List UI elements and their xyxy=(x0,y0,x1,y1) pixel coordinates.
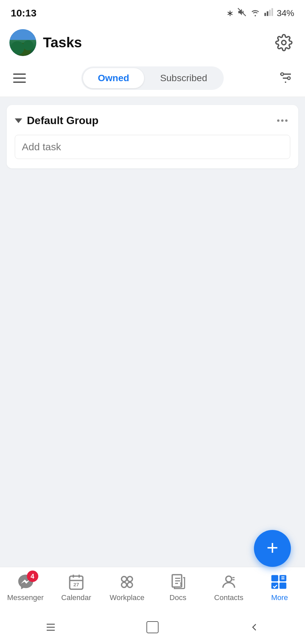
tab-owned[interactable]: Owned xyxy=(83,68,144,88)
page-header: Tasks xyxy=(0,24,305,61)
nav-home-button[interactable] xyxy=(139,617,166,637)
svg-rect-2 xyxy=(267,11,268,16)
contacts-icon xyxy=(220,573,237,591)
calendar-label: Calendar xyxy=(61,593,91,602)
svg-point-18 xyxy=(122,582,127,587)
toolbar: Owned Subscribed xyxy=(0,61,305,97)
more-icon-wrap xyxy=(268,573,291,591)
bluetooth-icon: ∗ xyxy=(226,8,234,18)
status-time: 10:13 xyxy=(11,7,37,19)
battery-indicator: 34% xyxy=(277,8,294,18)
main-content: Default Group xyxy=(0,97,305,478)
docs-icon xyxy=(169,573,187,591)
status-bar: 10:13 ∗ 34% xyxy=(0,0,305,24)
more-dot-3 xyxy=(285,119,288,122)
contacts-icon-wrap xyxy=(217,573,240,591)
workplace-label: Workplace xyxy=(110,593,145,602)
bottom-navigation: 4 Messenger 27 Calendar Workplace xyxy=(0,567,305,614)
nav-item-more[interactable]: More xyxy=(254,573,305,602)
svg-point-24 xyxy=(226,576,231,582)
system-nav-bar xyxy=(0,614,305,644)
svg-point-10 xyxy=(288,77,290,79)
filter-button[interactable] xyxy=(275,68,296,88)
menu-button[interactable] xyxy=(9,68,30,88)
messenger-icon-wrap: 4 xyxy=(14,573,37,591)
svg-rect-28 xyxy=(279,575,286,582)
wifi-icon xyxy=(250,7,261,19)
settings-button[interactable] xyxy=(272,31,296,54)
hamburger-icon xyxy=(13,73,26,83)
add-task-input[interactable] xyxy=(15,135,290,159)
home-icon xyxy=(146,621,159,633)
workplace-icon xyxy=(118,573,136,591)
nav-item-messenger[interactable]: 4 Messenger xyxy=(0,573,51,602)
svg-rect-1 xyxy=(264,13,266,16)
plus-icon: + xyxy=(266,538,278,558)
collapse-chevron-icon[interactable] xyxy=(15,118,22,123)
header-left: Tasks xyxy=(9,29,82,56)
calendar-icon: 27 xyxy=(68,573,85,591)
empty-content-area xyxy=(7,168,298,470)
svg-text:27: 27 xyxy=(74,582,79,587)
svg-point-19 xyxy=(127,582,132,587)
group-name: Default Group xyxy=(27,114,98,127)
contacts-label: Contacts xyxy=(214,593,244,602)
svg-point-9 xyxy=(281,73,284,75)
mute-icon xyxy=(237,7,247,19)
recents-icon xyxy=(45,621,57,633)
messenger-badge: 4 xyxy=(27,571,38,582)
calendar-icon-wrap: 27 xyxy=(65,573,88,591)
nav-back-button[interactable] xyxy=(241,617,268,637)
docs-icon-wrap xyxy=(167,573,189,591)
workplace-icon-wrap xyxy=(116,573,138,591)
more-dot-2 xyxy=(281,119,284,122)
tab-switcher: Owned Subscribed xyxy=(81,66,223,90)
nav-item-calendar[interactable]: 27 Calendar xyxy=(51,573,101,602)
svg-point-16 xyxy=(122,577,127,582)
group-more-button[interactable] xyxy=(274,117,290,124)
default-group-card: Default Group xyxy=(7,105,298,168)
more-icon xyxy=(271,573,288,591)
docs-label: Docs xyxy=(170,593,186,602)
signal-icon xyxy=(264,7,273,19)
avatar[interactable] xyxy=(9,29,36,56)
nav-recents-button[interactable] xyxy=(37,617,64,637)
svg-rect-4 xyxy=(271,8,273,16)
more-dot-1 xyxy=(277,119,279,122)
svg-rect-3 xyxy=(269,10,271,16)
status-icons: ∗ 34% xyxy=(226,7,294,19)
nav-item-docs[interactable]: Docs xyxy=(152,573,203,602)
add-fab-button[interactable]: + xyxy=(254,530,291,567)
group-header: Default Group xyxy=(15,114,290,127)
nav-item-contacts[interactable]: Contacts xyxy=(203,573,254,602)
nav-item-workplace[interactable]: Workplace xyxy=(102,573,152,602)
more-label: More xyxy=(271,593,288,602)
page-title: Tasks xyxy=(43,35,82,51)
tab-subscribed[interactable]: Subscribed xyxy=(145,68,222,88)
svg-rect-30 xyxy=(279,583,286,589)
messenger-label: Messenger xyxy=(7,593,44,602)
svg-point-5 xyxy=(282,41,286,45)
back-icon xyxy=(248,621,260,633)
svg-point-17 xyxy=(127,577,132,582)
group-title-left: Default Group xyxy=(15,114,98,127)
svg-rect-27 xyxy=(271,575,278,582)
